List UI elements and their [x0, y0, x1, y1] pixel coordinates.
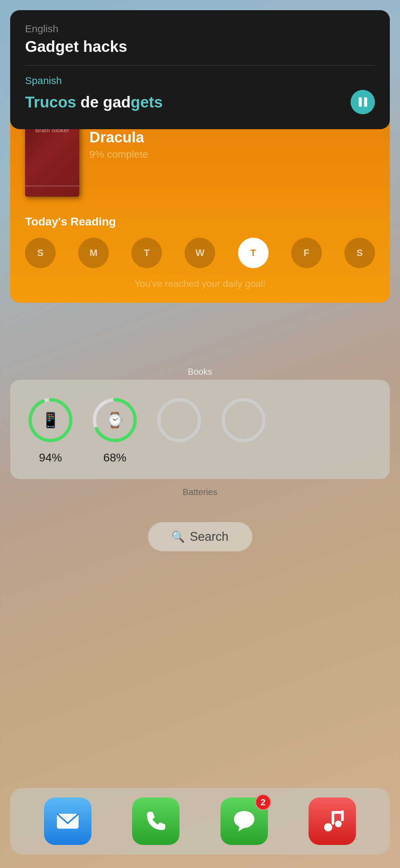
dock-messages[interactable]: 2	[220, 797, 268, 845]
dock: 2	[10, 788, 390, 854]
translation-popup: English Gadget hacks Spanish Trucos de g…	[10, 10, 390, 129]
batteries-widget-label: Batteries	[10, 487, 390, 497]
day-circle-wed: W	[185, 238, 215, 268]
books-reading-title: Today's Reading	[25, 215, 375, 228]
svg-point-8	[335, 821, 342, 827]
pause-bar-right	[364, 97, 367, 107]
target-language: Spanish	[25, 75, 375, 86]
day-circle-tue: T	[131, 238, 162, 268]
target-text: Trucos de gadgets	[25, 93, 351, 111]
svg-point-7	[324, 823, 332, 831]
batteries-widget[interactable]: 📱 94% ⌚ 68%	[10, 380, 390, 479]
target-text-highlight: de gad	[81, 93, 131, 111]
messages-icon	[231, 808, 258, 835]
phone-icon	[142, 808, 169, 835]
battery-item-empty1	[154, 395, 205, 446]
book-cover-band	[25, 185, 79, 186]
battery-ring-empty1	[154, 395, 205, 446]
pause-icon	[359, 97, 367, 107]
battery-item-phone: 📱 94%	[25, 395, 76, 464]
dock-music[interactable]	[309, 797, 356, 845]
day-circle-sat: S	[344, 238, 375, 268]
battery-ring-phone: 📱	[25, 395, 76, 446]
dock-mail[interactable]	[44, 797, 91, 845]
mail-icon	[54, 808, 81, 835]
battery-ring-empty2	[218, 395, 269, 446]
search-button[interactable]: 🔍 Search	[148, 522, 252, 551]
books-reading-section: Today's Reading S M T W T F S You've rea…	[10, 207, 390, 303]
translation-target-row: Trucos de gadgets	[25, 90, 375, 114]
search-icon: 🔍	[171, 530, 185, 543]
source-language: English	[25, 23, 375, 35]
source-text: Gadget hacks	[25, 37, 375, 56]
battery-item-empty2	[218, 395, 269, 446]
pause-button[interactable]	[351, 90, 375, 114]
books-widget[interactable]: Bram Stoker Dracula 9% complete Today's …	[10, 108, 390, 303]
day-circle-sun: S	[25, 238, 56, 268]
day-circle-fri: F	[291, 238, 322, 268]
svg-point-4	[159, 400, 199, 440]
watch-icon: ⌚	[106, 411, 124, 429]
books-goal-text: You've reached your daily goal!	[25, 278, 375, 289]
day-circle-mon: M	[78, 238, 109, 268]
target-text-end: gets	[131, 93, 163, 111]
phone-battery-pct: 94%	[39, 451, 62, 464]
phone-icon: 📱	[41, 411, 60, 429]
day-circles: S M T W T F S	[25, 238, 375, 268]
dock-phone[interactable]	[132, 797, 180, 845]
pause-bar-left	[359, 97, 362, 107]
battery-item-watch: ⌚ 68%	[89, 395, 140, 464]
batteries-row: 📱 94% ⌚ 68%	[25, 395, 375, 464]
books-widget-label: Books	[10, 367, 390, 377]
book-title: Dracula	[89, 129, 148, 146]
battery-ring-watch: ⌚	[89, 395, 140, 446]
translation-divider	[25, 65, 375, 65]
svg-rect-11	[332, 811, 344, 814]
watch-battery-pct: 68%	[103, 451, 126, 464]
book-cover: Bram Stoker	[25, 122, 79, 197]
messages-badge: 2	[255, 794, 271, 810]
target-text-normal: Trucos	[25, 93, 81, 111]
music-icon	[319, 808, 346, 835]
svg-point-5	[223, 400, 264, 440]
book-progress: 9% complete	[89, 149, 148, 160]
search-label: Search	[190, 530, 228, 544]
day-circle-thu: T	[238, 238, 269, 268]
